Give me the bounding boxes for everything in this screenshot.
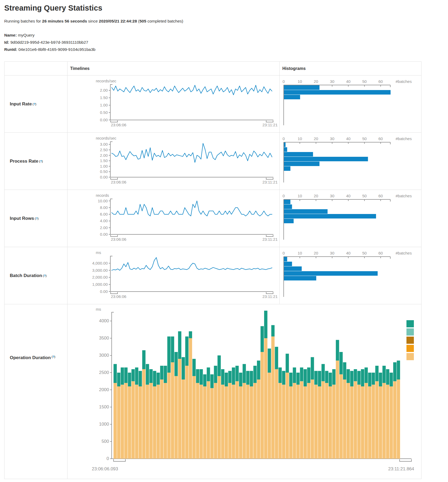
- summary-since-timestamp: 2020/05/21 22:44:28: [99, 19, 137, 23]
- help-icon[interactable]: (?): [39, 160, 43, 163]
- query-name-value: myQuery: [17, 33, 34, 37]
- svg-text:60: 60: [378, 194, 383, 198]
- legend-swatch-light-teal: [406, 328, 414, 336]
- svg-text:4.00: 4.00: [100, 218, 108, 223]
- row-label-input-rate: Input Rate (?): [4, 75, 67, 132]
- summary-paren: (: [137, 19, 139, 23]
- svg-text:50: 50: [362, 194, 367, 198]
- svg-text:50: 50: [362, 251, 367, 255]
- svg-text:0: 0: [283, 79, 285, 84]
- process-rate-timeline-chart: records/sec3.002.502.001.501.000.500.002…: [67, 133, 280, 190]
- input-rate-timeline-chart: records/sec2.001.501.000.500.0023:06:062…: [67, 75, 280, 132]
- svg-text:1500: 1500: [99, 404, 109, 409]
- svg-text:8.00: 8.00: [100, 205, 108, 210]
- svg-text:30: 30: [330, 251, 334, 255]
- process-rate-timeline-cell: records/sec3.002.502.001.501.000.500.002…: [67, 133, 279, 190]
- process-rate-histogram-cell: 0102030405060#batches: [279, 133, 421, 190]
- table-row-input-rate: Input Rate (?) records/sec2.001.501.000.…: [4, 75, 421, 132]
- svg-text:2.00: 2.00: [100, 88, 108, 92]
- svg-text:#batches: #batches: [396, 194, 412, 198]
- table-row-batch-duration: Batch Duration (?) ms4,000.003,000.002,0…: [4, 247, 421, 304]
- svg-text:30: 30: [330, 194, 334, 198]
- table-row-input-rows: Input Rows (?) records10.008.006.004.002…: [4, 190, 421, 247]
- row-label-operation-duration: Operation Duration (?): [4, 304, 67, 479]
- svg-text:1,000.00: 1,000.00: [92, 282, 108, 287]
- summary-mid: since: [87, 19, 99, 23]
- svg-text:2.50: 2.50: [100, 148, 108, 152]
- header-empty-cell: [4, 62, 67, 75]
- input-rows-timeline-chart: records10.008.006.004.002.000.0023:06:06…: [67, 190, 280, 247]
- svg-text:23:11:21.864: 23:11:21.864: [388, 466, 414, 471]
- input-rows-timeline-cell: records10.008.006.004.002.000.0023:06:06…: [67, 190, 279, 247]
- svg-text:3000: 3000: [99, 353, 109, 358]
- operation-duration-chart: ms4000350030002500200015001000500023:06:…: [67, 304, 422, 479]
- query-runid-line: RunId: 04e101e6-8bf8-4165-9099-9104c951b…: [4, 46, 448, 53]
- svg-text:0.50: 0.50: [100, 110, 108, 115]
- operation-duration-chart-cell: ms4000350030002500200015001000500023:06:…: [67, 304, 421, 479]
- svg-text:10: 10: [298, 79, 302, 84]
- summary-duration: 26 minutes 56 seconds: [42, 19, 87, 23]
- svg-text:50: 50: [362, 79, 367, 84]
- svg-text:#batches: #batches: [396, 79, 412, 84]
- svg-text:40: 40: [346, 194, 351, 198]
- summary-prefix: Running batches for: [4, 19, 42, 23]
- svg-text:500: 500: [102, 439, 109, 444]
- input-rate-histogram-chart: 0102030405060#batches: [280, 75, 422, 132]
- svg-text:23:06:06: 23:06:06: [111, 123, 126, 127]
- svg-text:20: 20: [314, 79, 318, 84]
- header-histograms: Histograms: [279, 62, 421, 75]
- legend-swatch-teal: [406, 320, 414, 327]
- svg-text:2500: 2500: [99, 370, 109, 375]
- help-icon[interactable]: (?): [33, 102, 36, 106]
- svg-text:23:06:06: 23:06:06: [111, 294, 126, 299]
- help-icon[interactable]: (?): [35, 217, 39, 220]
- svg-text:1.50: 1.50: [100, 158, 108, 163]
- svg-text:50: 50: [362, 136, 367, 141]
- svg-text:records/sec: records/sec: [96, 136, 116, 140]
- row-label-batch-duration: Batch Duration (?): [4, 247, 67, 304]
- svg-text:0: 0: [283, 136, 285, 141]
- batch-duration-timeline-cell: ms4,000.003,000.002,000.001,000.000.0023…: [67, 247, 279, 304]
- svg-text:ms: ms: [96, 307, 101, 311]
- svg-text:23:06:06.093: 23:06:06.093: [92, 466, 118, 471]
- summary-suffix: completed batches): [146, 19, 183, 23]
- svg-text:23:11:21: 23:11:21: [263, 123, 278, 127]
- svg-text:20: 20: [314, 251, 318, 255]
- svg-text:0.50: 0.50: [100, 169, 108, 174]
- svg-text:0: 0: [283, 251, 285, 255]
- legend-swatch-orange: [406, 345, 414, 352]
- svg-text:1.00: 1.00: [100, 164, 108, 168]
- svg-text:2.00: 2.00: [100, 153, 108, 158]
- streaming-statistics-page: Streaming Query Statistics Running batch…: [0, 4, 448, 479]
- svg-text:ms: ms: [96, 250, 101, 255]
- operation-duration-legend: [406, 320, 414, 361]
- input-rows-histogram-cell: 0102030405060#batches: [279, 190, 421, 247]
- table-header-row: Timelines Histograms: [4, 62, 421, 75]
- svg-text:60: 60: [378, 79, 383, 84]
- svg-text:60: 60: [378, 136, 383, 141]
- svg-text:3500: 3500: [99, 336, 109, 341]
- svg-text:23:06:06: 23:06:06: [111, 237, 126, 242]
- svg-text:23:06:06: 23:06:06: [111, 180, 126, 184]
- svg-text:30: 30: [330, 79, 334, 84]
- legend-swatch-dark-orange: [406, 337, 414, 344]
- svg-text:10: 10: [298, 136, 302, 141]
- svg-text:4,000.00: 4,000.00: [92, 261, 108, 265]
- help-icon[interactable]: (?): [43, 274, 47, 277]
- svg-text:40: 40: [346, 136, 351, 141]
- svg-text:records/sec: records/sec: [96, 79, 116, 83]
- query-name-line: Name: myQuery: [4, 32, 448, 39]
- svg-text:23:11:21: 23:11:21: [263, 180, 278, 184]
- input-rate-histogram-cell: 0102030405060#batches: [279, 75, 421, 132]
- query-id-line: Id: 9d0dd219-995d-423e-b97d-36931110bb27: [4, 39, 448, 46]
- query-runid-value: 04e101e6-8bf8-4165-9099-9104c951ba3b: [17, 47, 96, 52]
- svg-text:2,000.00: 2,000.00: [92, 275, 108, 279]
- svg-text:23:11:21: 23:11:21: [263, 294, 278, 299]
- svg-text:10: 10: [298, 194, 302, 198]
- svg-text:3,000.00: 3,000.00: [92, 268, 108, 273]
- svg-text:30: 30: [330, 136, 334, 141]
- batch-duration-histogram-cell: 0102030405060#batches: [279, 247, 421, 304]
- svg-text:20: 20: [314, 136, 318, 141]
- query-info: Name: myQuery Id: 9d0dd219-995d-423e-b97…: [4, 32, 448, 53]
- help-icon[interactable]: (?): [52, 355, 55, 358]
